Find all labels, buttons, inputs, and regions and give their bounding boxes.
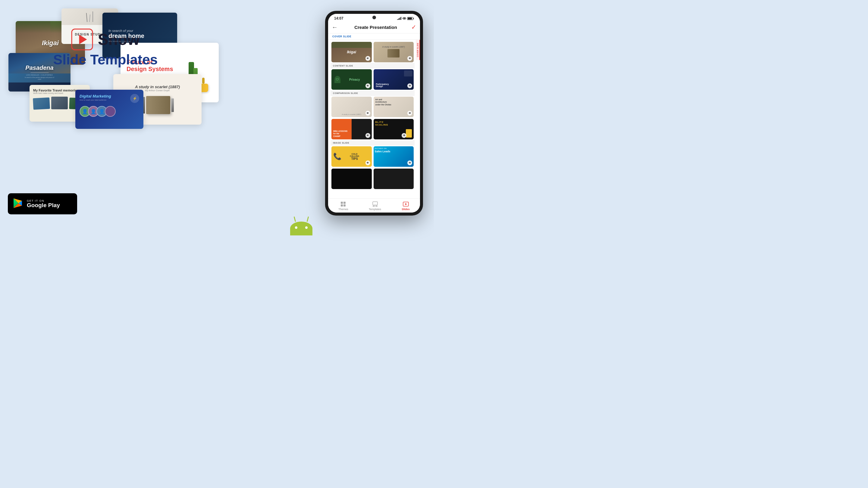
header-title: Create Presentation bbox=[340, 25, 411, 30]
study2-thumb-eye[interactable]: 👁 bbox=[366, 111, 370, 116]
google-play-text: GET IT ON Google Play bbox=[27, 199, 60, 208]
android-mascot bbox=[288, 214, 315, 238]
store-name-label: Google Play bbox=[27, 202, 60, 208]
slide-thumb-blitz[interactable]: BLITZ SCALING 👁 bbox=[374, 119, 414, 139]
comparison-section-bar: COMPARISON SLIDE bbox=[331, 91, 414, 96]
slide-thumb-study[interactable]: A study in scarlet (1887) 👁 bbox=[374, 42, 414, 62]
slide-thumb-privacy[interactable]: 🛡 Privacy 👁 bbox=[332, 69, 372, 90]
svg-rect-12 bbox=[373, 206, 375, 206]
svg-rect-8 bbox=[343, 202, 346, 204]
logo-subtitle: Slide Templates bbox=[53, 52, 158, 68]
nav-themes[interactable]: Themes bbox=[338, 201, 348, 211]
content-section-bar: CONTENT SLIDE bbox=[331, 63, 414, 68]
slide-thumb-dark1[interactable] bbox=[332, 169, 372, 189]
svg-rect-5 bbox=[408, 18, 412, 20]
svg-marker-15 bbox=[405, 203, 407, 205]
sales-thumb-eye[interactable]: 👁 bbox=[407, 160, 412, 165]
art-thumb-eye[interactable]: 👁 bbox=[407, 111, 412, 116]
svg-rect-9 bbox=[341, 204, 343, 206]
phone-screen: 14:07 ← Create Presentation ✓ COVER SLID… bbox=[328, 14, 420, 213]
cold-thumb-eye[interactable]: 👁 bbox=[366, 160, 370, 165]
scarlet-subtitle: By Arthur Conan Doyle bbox=[145, 89, 169, 92]
nav-slides[interactable]: Slides bbox=[402, 201, 410, 211]
play-store-icon bbox=[12, 198, 23, 210]
slide-thumb-cold-tips[interactable]: 📞 COLD CALLING TIPS 👁 bbox=[332, 146, 372, 167]
google-play-button[interactable]: GET IT ON Google Play bbox=[8, 193, 77, 214]
scarlet-title: A study in scarlet (1887) bbox=[135, 85, 180, 89]
slides-label: Slides bbox=[402, 208, 410, 211]
digital-subtitle: How to reach your ideal audience bbox=[80, 99, 111, 101]
bottom-navigation: Themes Templates Slides bbox=[328, 198, 420, 213]
slide-thumb-mba[interactable]: MBA LESSONSfor theCHAMP 👁 bbox=[332, 119, 372, 139]
slide-thumb-sales[interactable]: RATHER ON Sales Leads 👁 bbox=[374, 146, 414, 167]
nav-templates[interactable]: Templates bbox=[369, 201, 381, 211]
back-button[interactable]: ← bbox=[332, 24, 338, 31]
slide-thumb-art[interactable]: Art andArchitectureunder the Cholas 👁 bbox=[374, 97, 414, 117]
confirm-button[interactable]: ✓ bbox=[411, 24, 416, 31]
privacy-thumb-eye[interactable]: 👁 bbox=[366, 84, 370, 88]
blitz-thumb-eye[interactable]: 👁 bbox=[402, 133, 406, 138]
svg-rect-13 bbox=[375, 206, 377, 206]
templates-label: Templates bbox=[369, 208, 381, 211]
status-icons bbox=[397, 17, 414, 20]
pasadena-title: Pasadena bbox=[24, 64, 55, 71]
logo-icon bbox=[71, 29, 93, 50]
svg-rect-7 bbox=[341, 202, 343, 204]
ikigai-thumb-eye[interactable]: 👁 bbox=[366, 56, 370, 61]
svg-rect-6 bbox=[413, 18, 414, 19]
participatory-thumb-eye[interactable]: 👁 bbox=[407, 84, 412, 88]
study-thumb-eye[interactable]: 👁 bbox=[407, 56, 412, 61]
app-header: ← Create Presentation ✓ bbox=[328, 22, 420, 33]
phone-mockup: 14:07 ← Create Presentation ✓ COVER SLID… bbox=[325, 11, 423, 216]
themes-label: Themes bbox=[338, 208, 348, 211]
mba-thumb-eye[interactable]: 👁 bbox=[366, 133, 370, 138]
digital-title: Digital Marketing bbox=[80, 94, 111, 98]
slide-thumb-dark2[interactable] bbox=[374, 169, 414, 189]
dream-home-title: dream home bbox=[108, 33, 144, 39]
svg-rect-11 bbox=[373, 202, 377, 205]
section-tab-cover[interactable]: COVER SLIDE bbox=[416, 40, 420, 60]
status-time: 14:07 bbox=[334, 16, 343, 21]
slide-thumb-participatory[interactable]: ParticipatoryDesign 👁 bbox=[374, 69, 414, 90]
svg-rect-10 bbox=[343, 204, 346, 206]
slide-thumb-ikigai[interactable]: Ikigai 👁 bbox=[332, 42, 372, 62]
digital-card: Digital Marketing How to reach your idea… bbox=[75, 90, 144, 129]
slide-thumb-study2[interactable]: A study in scarlet (1887) 👁 bbox=[332, 97, 372, 117]
image-section-bar: IMAGE SLIDE bbox=[331, 140, 414, 145]
cover-slide-label: COVER SLIDE bbox=[328, 33, 420, 40]
